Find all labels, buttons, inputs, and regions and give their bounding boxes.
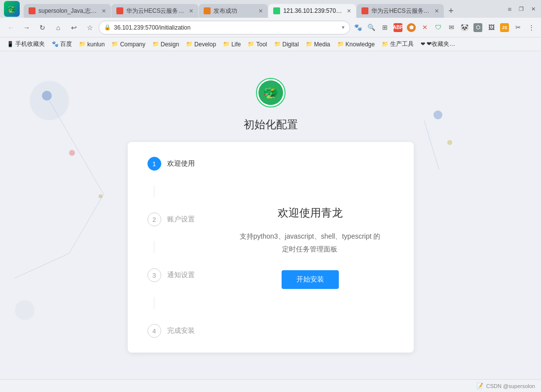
setup-card: 1 欢迎使用 2 账户设置 3 xyxy=(128,142,414,353)
undo-button[interactable]: ↩ xyxy=(67,21,81,35)
shield-icon[interactable]: 🛡 xyxy=(432,22,444,34)
js-icon[interactable]: JS xyxy=(499,22,510,34)
cut-icon[interactable]: ✂ xyxy=(512,22,524,34)
bookmark-label: Digital xyxy=(283,41,299,48)
deco-dot-right xyxy=(433,110,442,119)
tab-close-5[interactable]: ✕ xyxy=(434,8,439,14)
nav-bar: ← → ↻ ⌂ ↩ ☆ 🔒 36.101.239:5700/initializa… xyxy=(0,18,541,37)
step-2-number: 2 xyxy=(152,216,156,223)
tab-supersolon[interactable]: supersolon_Java,志… ✕ xyxy=(24,4,111,18)
step-divider-2 xyxy=(154,241,154,253)
bookmark-folder-company-icon: 📁 xyxy=(111,41,118,47)
tool1-icon[interactable]: ⬟ xyxy=(405,22,417,34)
minimize-button[interactable]: ⧆ xyxy=(505,5,513,13)
image-icon[interactable]: 🖼 xyxy=(485,22,497,34)
bookmark-star-button[interactable]: ☆ xyxy=(83,21,97,35)
tab-close-4[interactable]: ✕ xyxy=(347,8,351,14)
bookmark-media[interactable]: 📁 Media xyxy=(303,40,333,49)
title-bar: 🐲 supersolon_Java,志… ✕ 华为云HECS云服务… ✕ 发布成… xyxy=(0,0,541,18)
bookmark-kunlun[interactable]: 📁 kunlun xyxy=(76,40,108,49)
search-icon[interactable]: 🔍 xyxy=(365,22,377,34)
new-tab-button[interactable]: + xyxy=(444,4,458,18)
step-2-item: 2 账户设置 xyxy=(147,213,212,226)
step-content: 欢迎使用青龙 支持python3、javascript、shell、typesc… xyxy=(226,157,394,338)
tool2-icon[interactable]: ⬡ xyxy=(472,22,484,34)
nav-icons: 🐾 🔍 ⊞ ABP ⬟ ✕ 🛡 ✉ 🐼 ⬡ 🖼 JS ✂ ⋮ xyxy=(352,22,537,34)
browser-frame: 🐲 supersolon_Java,志… ✕ 华为云HECS云服务… ✕ 发布成… xyxy=(0,0,541,392)
deco-circle-1 xyxy=(30,81,69,120)
welcome-desc-line1: 支持python3、javascript、shell、typescript 的 xyxy=(240,230,381,243)
panda-icon[interactable]: 🐼 xyxy=(459,22,470,34)
step-1-item: 1 欢迎使用 xyxy=(147,157,212,171)
step-divider-1 xyxy=(154,185,154,198)
tab-ip[interactable]: 121.36.101.239:570… ✕ xyxy=(268,4,356,18)
tab-close-1[interactable]: ✕ xyxy=(102,8,106,14)
step-1-number: 1 xyxy=(152,160,156,168)
bookmark-folder-icon: 📱 xyxy=(7,41,14,47)
bookmark-knowledge[interactable]: 📁 Knowledge xyxy=(334,40,378,49)
welcome-description: 支持python3、javascript、shell、typescript 的 … xyxy=(240,230,381,255)
step-2-label: 账户设置 xyxy=(167,215,195,224)
bookmark-folder-prod-icon: 📁 xyxy=(382,41,389,47)
mail-icon[interactable]: ✉ xyxy=(445,22,457,34)
abp-icon[interactable]: ABP xyxy=(392,22,404,34)
tab-favicon-1 xyxy=(29,7,36,14)
tab-publish[interactable]: 发布成功 ✕ xyxy=(199,4,268,18)
close-button[interactable]: ✕ xyxy=(529,5,537,13)
tab-label-5: 华为云HECS云服务… xyxy=(371,7,429,15)
bookmark-tool[interactable]: 📁 Tool xyxy=(245,40,270,49)
step-3-item: 3 通知设置 xyxy=(147,268,212,282)
bookmark-heart-icon: ❤ xyxy=(421,41,425,47)
close-x-icon[interactable]: ✕ xyxy=(419,22,431,34)
bookmark-digital[interactable]: 📁 Digital xyxy=(271,40,302,49)
back-button[interactable]: ← xyxy=(4,21,18,35)
restore-button[interactable]: ❐ xyxy=(517,5,525,13)
deco-dot-1 xyxy=(42,91,52,101)
more-icon[interactable]: ⋮ xyxy=(525,22,537,34)
tab-huawei2[interactable]: 华为云HECS云服务… ✕ xyxy=(357,4,443,18)
forward-button[interactable]: → xyxy=(20,21,34,35)
page-title: 初始化配置 xyxy=(244,117,298,132)
bookmark-label: 百度 xyxy=(60,40,72,48)
paw-icon[interactable]: 🐾 xyxy=(352,22,364,34)
welcome-title: 欢迎使用青龙 xyxy=(278,206,343,220)
step-3-circle: 3 xyxy=(147,268,161,282)
bookmark-baidu[interactable]: 🐾 百度 xyxy=(49,39,75,49)
bookmark-mobile[interactable]: 📱 手机收藏夹 xyxy=(4,39,48,49)
status-label: CSDN @supersolon xyxy=(486,383,535,389)
bookmark-folder-develop-icon: 📁 xyxy=(186,41,193,47)
step-3-label: 通知设置 xyxy=(167,271,195,280)
bookmark-company[interactable]: 📁 Company xyxy=(108,40,148,49)
reload-button[interactable]: ↻ xyxy=(36,21,49,35)
tab-close-2[interactable]: ✕ xyxy=(189,8,193,14)
svg-line-2 xyxy=(15,253,69,278)
csdn-icon: 📝 xyxy=(476,383,483,389)
tab-favicon-2 xyxy=(116,7,123,14)
bookmark-folder-media-icon: 📁 xyxy=(306,41,313,47)
tab-close-3[interactable]: ✕ xyxy=(258,8,263,14)
logo-icon: 🐲 xyxy=(263,85,279,101)
bookmark-production[interactable]: 📁 生产工具 xyxy=(379,39,417,49)
tab-label-4: 121.36.101.239:570… xyxy=(283,7,342,14)
tab-huawei1[interactable]: 华为云HECS云服务… ✕ xyxy=(111,4,198,18)
bookmark-heart[interactable]: ❤ ❤收藏夹… xyxy=(418,39,458,49)
bookmark-folder-design-icon: 📁 xyxy=(152,41,159,47)
bookmark-design[interactable]: 📁 Design xyxy=(149,40,182,49)
home-button[interactable]: ⌂ xyxy=(51,21,65,35)
dropdown-icon[interactable]: ▾ xyxy=(342,24,345,31)
status-bar: 📝 CSDN @supersolon xyxy=(0,379,541,392)
start-install-button[interactable]: 开始安装 xyxy=(282,270,339,289)
setup-logo-inner: 🐲 xyxy=(258,80,283,105)
bookmark-life[interactable]: 📁 Life xyxy=(220,40,244,49)
deco-dot-right-2 xyxy=(447,140,452,145)
tab-favicon-5 xyxy=(361,7,368,14)
apps-icon[interactable]: ⊞ xyxy=(379,22,391,34)
bookmark-label: Company xyxy=(120,41,145,48)
bookmark-develop[interactable]: 📁 Develop xyxy=(183,40,219,49)
bookmark-label: Knowledge xyxy=(346,41,375,48)
tab-favicon-3 xyxy=(204,7,211,14)
deco-dot-yellow xyxy=(99,194,103,198)
bookmark-folder-kunlun-icon: 📁 xyxy=(79,41,86,47)
address-bar[interactable]: 🔒 36.101.239:5700/initialization ▾ xyxy=(99,21,350,35)
address-text: 36.101.239:5700/initialization xyxy=(114,24,339,31)
